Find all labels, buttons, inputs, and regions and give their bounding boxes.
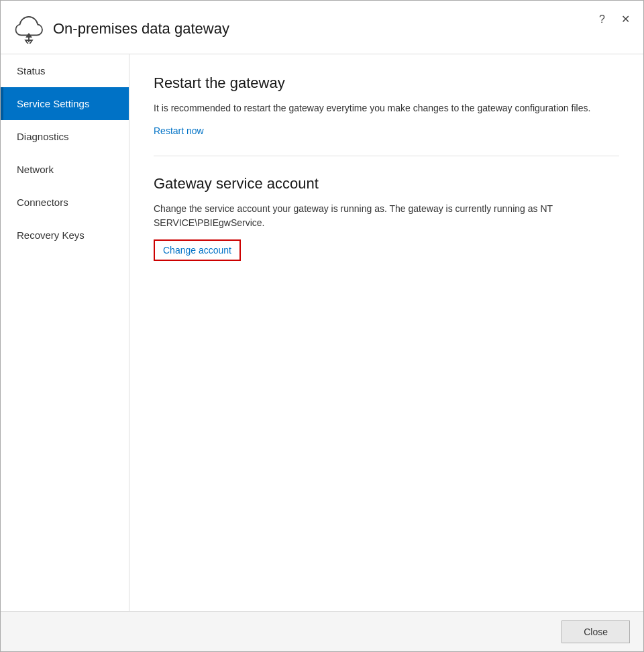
gateway-icon bbox=[14, 14, 44, 44]
main-content-area: Restart the gateway It is recommended to… bbox=[129, 54, 643, 611]
restart-section-title: Restart the gateway bbox=[154, 74, 619, 92]
help-button[interactable]: ? bbox=[596, 13, 608, 26]
content-area: Status Service Settings Diagnostics Netw… bbox=[1, 54, 643, 611]
title-bar: On-premises data gateway ? ✕ bbox=[1, 1, 643, 54]
main-window: On-premises data gateway ? ✕ Status Serv… bbox=[0, 0, 644, 652]
service-account-title: Gateway service account bbox=[154, 175, 619, 193]
window-title: On-premises data gateway bbox=[53, 20, 596, 38]
close-button[interactable]: Close bbox=[561, 620, 630, 643]
service-account-description: Change the service account your gateway … bbox=[154, 202, 619, 230]
sidebar-item-diagnostics[interactable]: Diagnostics bbox=[1, 120, 129, 153]
section-divider bbox=[154, 156, 619, 156]
close-window-button[interactable]: ✕ bbox=[619, 13, 633, 26]
sidebar-item-service-settings[interactable]: Service Settings bbox=[1, 87, 129, 120]
change-account-link[interactable]: Change account bbox=[154, 239, 241, 261]
window-controls: ? ✕ bbox=[596, 10, 633, 26]
restart-now-link[interactable]: Restart now bbox=[154, 125, 204, 136]
sidebar-item-status[interactable]: Status bbox=[1, 54, 129, 87]
sidebar-item-recovery-keys[interactable]: Recovery Keys bbox=[1, 219, 129, 252]
footer: Close bbox=[1, 611, 643, 651]
restart-section-description: It is recommended to restart the gateway… bbox=[154, 101, 619, 115]
sidebar-item-network[interactable]: Network bbox=[1, 153, 129, 186]
sidebar-item-connectors[interactable]: Connectors bbox=[1, 186, 129, 219]
sidebar: Status Service Settings Diagnostics Netw… bbox=[1, 54, 129, 611]
